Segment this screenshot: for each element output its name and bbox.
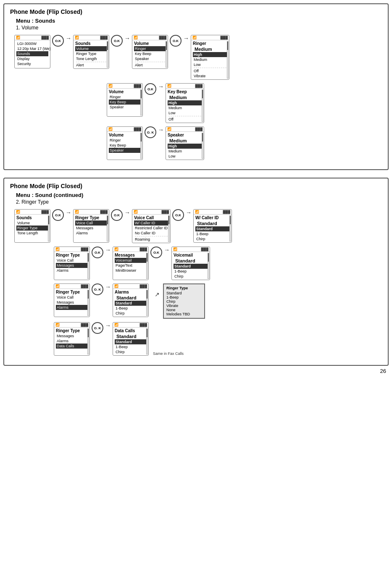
s2-messages-screen: 📶 ▓▓▓ Messages Voicemail Page/Text MiniB… — [113, 247, 149, 280]
same-fax-label: Same in Fax Calls — [153, 352, 184, 356]
ok-btn-2[interactable]: O.K — [111, 35, 123, 47]
s2-signal-4: 📶 — [195, 210, 199, 214]
s2-wc-standard-item: Standard — [195, 226, 230, 231]
battery-icon-4: ▓▓▓ — [221, 36, 228, 39]
s2-ok-7[interactable]: O. K — [92, 322, 103, 334]
s2-status-bar-6: 📶 ▓▓▓ — [113, 247, 148, 252]
s2-battery-2: ▓▓▓ — [100, 210, 108, 214]
ok-btn-3[interactable]: O.K — [170, 35, 182, 47]
key-beep-header: Key Beep — [168, 89, 202, 94]
s2-rt4-alarms: Alarms — [56, 338, 88, 344]
rt-opt-standard: Standard — [166, 291, 202, 295]
section1: Phone Mode (Flip Closed) Menu : Sounds 1… — [3, 3, 389, 170]
vol3-speaker: Speaker — [109, 148, 141, 153]
ringer-type-options-box: Ringer Type Standard 1-Beep Chirp Vibrat… — [163, 283, 205, 319]
s2-voice-call-screen: 📶 ▓▓▓ Voice Call W/ Caller ID Restricted… — [132, 209, 171, 243]
status-bar: 📶 ▓▓▓ — [15, 35, 50, 40]
ok-btn-4[interactable]: O.K — [145, 83, 156, 95]
battery-icon-8: ▓▓▓ — [195, 127, 203, 131]
volume-header-1: Volume — [134, 41, 166, 46]
s2-sounds-screen: 📶 ▓▓▓ Sounds Volume Ringer Type Tone Len… — [14, 209, 50, 243]
s2-alarms-standard-item: Standard — [115, 301, 147, 306]
status-bar-4: 📶 ▓▓▓ — [191, 35, 229, 40]
s2-vm-chirp: Chirp — [174, 274, 208, 279]
status-bar-2: 📶 ▓▓▓ — [74, 35, 109, 40]
s2-rt2-voice: Voice Call — [56, 258, 88, 263]
signal-icon-2: 📶 — [75, 36, 79, 39]
s2-signal-2: 📶 — [75, 210, 79, 214]
s2-ringer-type-screen-2: 📶 ▓▓▓ Ringer Type Voice Call Messages Al… — [54, 247, 90, 280]
s2-rt1-voice: Voice Call — [75, 220, 107, 226]
s2-rt1-alarms: Alarms — [75, 231, 107, 236]
status-bar-3: 📶 ▓▓▓ — [132, 35, 168, 40]
s2-wc-chirp: Chirp — [195, 236, 230, 241]
home-display: Display — [16, 56, 48, 61]
s2-arrow-1: → — [66, 209, 71, 216]
s2-ok-2[interactable]: O.K — [111, 209, 123, 221]
s2-battery-6: ▓▓▓ — [140, 247, 147, 251]
s2-rt4-header: Ringer Type — [56, 328, 88, 333]
s2-rt3-voice: Voice Call — [56, 295, 88, 300]
ringer-off: Off — [193, 68, 227, 73]
arrow-1: → — [66, 35, 71, 42]
ringer-vibrate: Vibrate — [193, 73, 227, 79]
s2-rt4-data: Data Calls — [56, 344, 88, 349]
signal-icon: 📶 — [16, 36, 20, 39]
s2-rt3-header: Ringer Type — [56, 290, 88, 294]
s2-signal-11: 📶 — [114, 323, 118, 327]
vol3-ringer: Ringer — [109, 138, 141, 143]
ok-btn-1[interactable]: O.K — [52, 35, 64, 47]
s2-battery-3: ▓▓▓ — [162, 210, 169, 214]
s2-rt2-alarms: Alarms — [56, 268, 88, 273]
vol2-key-beep: Key Beep — [109, 100, 141, 105]
status-bar-8: 📶 ▓▓▓ — [166, 127, 204, 132]
s2-ok-1[interactable]: O.K — [52, 209, 64, 221]
s2-ok-4[interactable]: O.K — [92, 247, 103, 258]
s2-ringer-type-screen-3: 📶 ▓▓▓ Ringer Type Voice Call Messages Al… — [54, 283, 90, 317]
vol-key-beep: Key Beep — [134, 51, 166, 56]
vol2-speaker: Speaker — [109, 105, 141, 110]
s2-signal-6: 📶 — [114, 247, 118, 251]
s2-wc-header: W/ Caller ID — [195, 215, 230, 220]
s2-rt2-messages: Messages — [56, 263, 88, 268]
s2-wc-standard: Standard — [195, 220, 230, 226]
s2-status-bar-7: 📶 ▓▓▓ — [172, 247, 210, 252]
battery-icon-2: ▓▓▓ — [100, 36, 108, 39]
s2-signal-10: 📶 — [55, 323, 60, 327]
sounds-volume: Volume — [75, 46, 107, 51]
speaker-screen: 📶 ▓▓▓ Speaker Medium High Medium Low — [166, 126, 204, 160]
ok-btn-5[interactable]: O. K — [145, 126, 156, 138]
s2-ok-3[interactable]: O.K — [172, 209, 184, 221]
section1-title: Phone Mode (Flip Closed) — [10, 8, 382, 15]
s2-ringer-type-screen-1: 📶 ▓▓▓ Ringer Type Voice Call Messages Al… — [73, 209, 109, 243]
speaker-low: Low — [168, 154, 202, 159]
key-beep-low: Low — [168, 110, 202, 115]
s2-signal-7: 📶 — [173, 247, 177, 251]
s2-arrow-7: → — [105, 322, 111, 329]
vol-speaker: Speaker — [134, 56, 166, 61]
speaker-medium-item: Medium — [168, 149, 202, 154]
s2-vm-1beep: 1-Beep — [174, 269, 208, 274]
arrow-2: → — [124, 35, 130, 42]
s2-alarms-header: Alarms — [115, 290, 147, 294]
key-beep-medium: Medium — [168, 94, 202, 100]
status-bar-5: 📶 ▓▓▓ — [107, 84, 142, 89]
ringer-header: Ringer — [193, 41, 227, 46]
status-bar-7: 📶 ▓▓▓ — [107, 127, 142, 132]
s2-status-bar-8: 📶 ▓▓▓ — [54, 284, 89, 289]
s2-vc-roaming: Roaming — [134, 237, 168, 242]
s2-ok-5[interactable]: O.K — [150, 247, 162, 258]
s2-status-bar-10: 📶 ▓▓▓ — [54, 323, 89, 328]
s2-ok-6[interactable]: O. K — [92, 283, 103, 295]
volume-header-2: Volume — [109, 89, 141, 94]
section2-sub-title: 2. Ringer Type — [16, 199, 382, 205]
s2-rt2-header: Ringer Type — [56, 253, 88, 257]
s2-dc-chirp: Chirp — [115, 349, 147, 354]
s2-status-bar-3: 📶 ▓▓▓ — [132, 210, 170, 215]
volume-header-3: Volume — [109, 133, 141, 137]
ringer-low: Low — [193, 62, 227, 67]
s2-alarms-1beep: 1-Beep — [115, 306, 147, 311]
s2-alarms-screen: 📶 ▓▓▓ Alarms Standard Standard 1-Beep Ch… — [113, 283, 149, 317]
battery-icon-5: ▓▓▓ — [134, 84, 142, 88]
vol-ringer: Ringer — [134, 46, 166, 51]
